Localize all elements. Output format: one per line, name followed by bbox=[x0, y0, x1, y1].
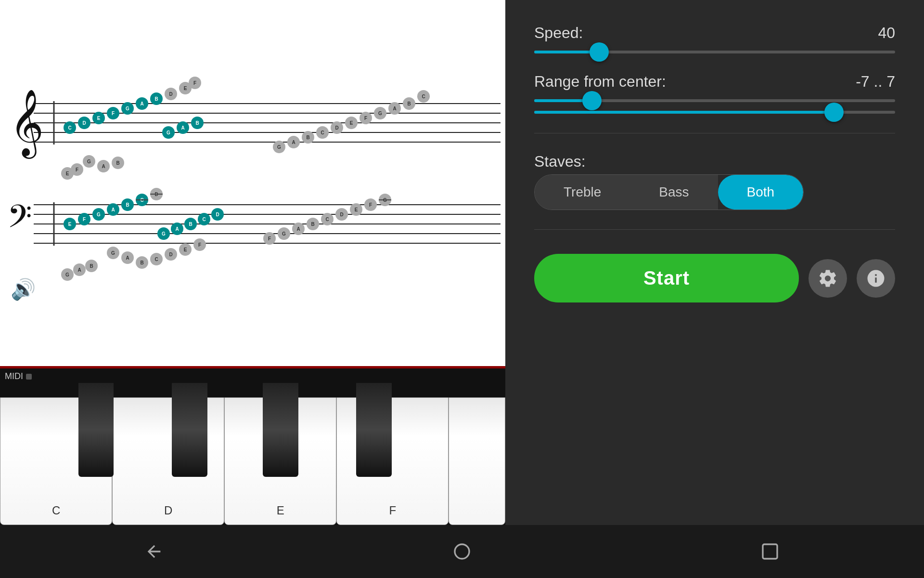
svg-text:C: C bbox=[154, 257, 158, 262]
svg-text:G: G bbox=[378, 111, 382, 116]
range-value: -7 .. 7 bbox=[856, 73, 895, 91]
svg-text:𝄞: 𝄞 bbox=[10, 90, 44, 159]
svg-text:G: G bbox=[126, 106, 129, 111]
svg-text:G: G bbox=[87, 159, 91, 164]
piano-key-g[interactable] bbox=[449, 397, 505, 525]
svg-text:B: B bbox=[154, 96, 158, 102]
svg-text:C: C bbox=[202, 217, 205, 222]
svg-text:C: C bbox=[325, 217, 329, 222]
divider-2 bbox=[534, 229, 895, 230]
svg-text:A: A bbox=[77, 267, 81, 273]
stave-treble-button[interactable]: Treble bbox=[535, 175, 630, 210]
svg-text:G: G bbox=[167, 130, 170, 135]
svg-text:D: D bbox=[216, 212, 219, 217]
svg-text:F: F bbox=[268, 236, 271, 241]
nav-bar bbox=[0, 525, 924, 578]
svg-text:G: G bbox=[383, 197, 387, 203]
range-control: Range from center: -7 .. 7 bbox=[534, 73, 895, 114]
recent-apps-icon bbox=[760, 542, 780, 561]
bottom-controls: Start bbox=[534, 254, 895, 302]
svg-text:G: G bbox=[97, 212, 101, 217]
nav-back-button[interactable] bbox=[144, 542, 164, 561]
piano-black-key-gs[interactable] bbox=[356, 383, 392, 477]
svg-text:B: B bbox=[189, 222, 192, 227]
speed-label: Speed: bbox=[534, 24, 583, 42]
svg-text:G: G bbox=[162, 231, 166, 236]
svg-text:E: E bbox=[97, 116, 101, 121]
svg-text:B: B bbox=[407, 101, 411, 106]
svg-text:F: F bbox=[364, 116, 367, 121]
gear-icon bbox=[818, 268, 838, 289]
piano-key-d[interactable]: D bbox=[112, 397, 224, 525]
speed-slider-thumb[interactable] bbox=[590, 42, 609, 62]
svg-text:B: B bbox=[126, 202, 129, 208]
sheet-music-area: 𝄞 𝄢 C D E F G A bbox=[0, 0, 505, 366]
piano-black-key-fs[interactable] bbox=[263, 383, 298, 477]
svg-text:B: B bbox=[140, 260, 143, 265]
midi-text: MIDI bbox=[5, 371, 23, 381]
svg-text:E: E bbox=[184, 86, 187, 91]
svg-text:E: E bbox=[350, 120, 353, 126]
nav-home-button[interactable] bbox=[452, 542, 472, 561]
svg-text:A: A bbox=[102, 164, 105, 169]
svg-point-144 bbox=[455, 544, 469, 559]
svg-text:C: C bbox=[68, 125, 71, 131]
start-button[interactable]: Start bbox=[534, 254, 799, 302]
range-slider-low[interactable] bbox=[534, 99, 895, 102]
svg-text:B: B bbox=[90, 263, 93, 269]
svg-text:F: F bbox=[369, 202, 372, 208]
stave-bass-button[interactable]: Bass bbox=[630, 175, 718, 210]
info-button[interactable] bbox=[857, 259, 895, 298]
speed-control: Speed: 40 bbox=[534, 24, 895, 53]
speed-value: 40 bbox=[878, 24, 895, 42]
left-panel: 𝄞 𝄢 C D E F G A bbox=[0, 0, 505, 525]
range-slider-high-thumb[interactable] bbox=[824, 103, 844, 122]
midi-label: MIDI bbox=[5, 371, 32, 381]
right-panel: Speed: 40 Range from center: -7 .. 7 bbox=[505, 0, 924, 525]
speed-slider[interactable] bbox=[534, 51, 895, 53]
svg-text:A: A bbox=[175, 226, 179, 232]
svg-text:G: G bbox=[65, 272, 69, 277]
svg-text:B: B bbox=[306, 135, 309, 140]
svg-text:F: F bbox=[83, 217, 86, 222]
svg-text:F: F bbox=[198, 242, 201, 248]
svg-rect-145 bbox=[763, 544, 777, 559]
svg-text:A: A bbox=[296, 226, 300, 232]
svg-text:D: D bbox=[82, 120, 86, 126]
home-icon bbox=[452, 542, 472, 561]
range-label: Range from center: bbox=[534, 73, 666, 91]
settings-button[interactable] bbox=[808, 259, 847, 298]
svg-text:B: B bbox=[195, 120, 199, 126]
svg-text:A: A bbox=[111, 207, 115, 212]
svg-text:D: D bbox=[169, 252, 172, 257]
svg-text:C: C bbox=[422, 94, 425, 99]
piano-key-f[interactable]: F bbox=[336, 397, 449, 525]
svg-text:A: A bbox=[126, 255, 129, 261]
divider bbox=[534, 133, 895, 133]
svg-text:E: E bbox=[355, 207, 358, 212]
staves-button-group: Treble Bass Both bbox=[534, 174, 804, 210]
staves-label: Staves: bbox=[534, 153, 895, 171]
svg-text:C: C bbox=[321, 130, 324, 135]
piano-area: MIDI C D E F bbox=[0, 366, 505, 525]
svg-text:E: E bbox=[66, 171, 69, 176]
piano-black-key-cs[interactable] bbox=[78, 383, 114, 477]
range-slider-high[interactable] bbox=[534, 111, 895, 114]
midi-indicator bbox=[26, 374, 32, 380]
piano-black-key-ds[interactable] bbox=[172, 383, 207, 477]
svg-text:E: E bbox=[184, 247, 187, 252]
staves-section: Staves: Treble Bass Both bbox=[534, 153, 895, 210]
svg-text:F: F bbox=[112, 111, 115, 116]
range-slider-low-thumb[interactable] bbox=[582, 91, 602, 110]
svg-text:G: G bbox=[111, 250, 115, 256]
svg-text:F: F bbox=[76, 167, 78, 172]
piano-keys: C D E F bbox=[0, 368, 505, 525]
svg-text:G: G bbox=[282, 231, 286, 236]
svg-text:F: F bbox=[193, 80, 196, 86]
svg-text:D: D bbox=[169, 92, 172, 97]
nav-recent-button[interactable] bbox=[760, 542, 780, 561]
svg-text:A: A bbox=[393, 106, 396, 111]
svg-text:D: D bbox=[335, 125, 338, 131]
stave-both-button[interactable]: Both bbox=[718, 175, 804, 210]
svg-text:🔊: 🔊 bbox=[11, 277, 36, 302]
